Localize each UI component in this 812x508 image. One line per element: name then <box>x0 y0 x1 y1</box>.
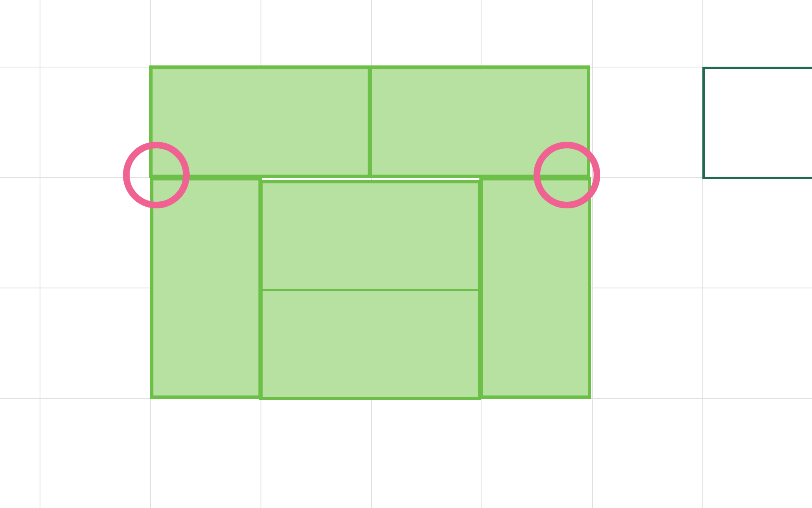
marker-circle-right <box>534 142 600 208</box>
block-right-vertical <box>479 177 591 399</box>
side-shape <box>702 67 812 179</box>
grid-line-v <box>592 0 593 508</box>
block-left-vertical <box>150 177 262 399</box>
marker-circle-left <box>123 142 190 208</box>
diagram-canvas <box>0 0 812 508</box>
grid-line-v <box>40 0 40 508</box>
center-inner-divider <box>261 289 479 291</box>
